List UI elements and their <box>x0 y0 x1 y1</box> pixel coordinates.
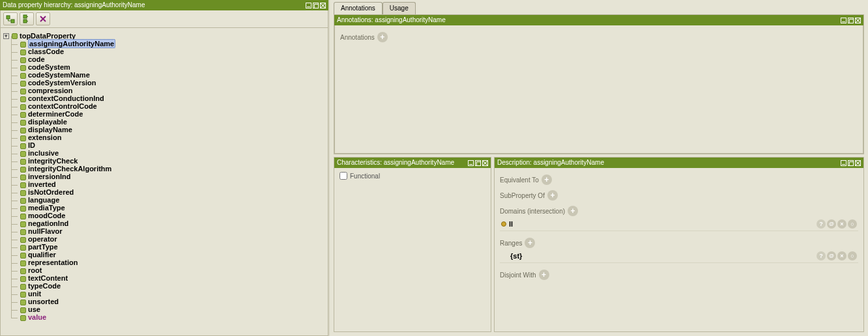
tree-item[interactable]: displayName <box>20 126 325 133</box>
tree-item-label[interactable]: value <box>28 313 46 321</box>
tree-item[interactable]: contextControlCode <box>20 102 325 110</box>
tree-item[interactable]: typeCode <box>20 282 325 290</box>
tree-item[interactable]: inversionInd <box>20 173 325 180</box>
tree-item-label[interactable]: displayable <box>28 118 67 126</box>
tree-item[interactable]: extension <box>20 133 325 141</box>
tree-toggle-icon[interactable]: ▾ <box>3 33 9 39</box>
tree-item-label[interactable]: textContent <box>28 274 68 282</box>
minimize-icon[interactable] <box>841 18 846 23</box>
explain-icon[interactable]: ? <box>817 251 826 260</box>
add-disjoint-button[interactable]: + <box>539 270 549 280</box>
tree-item[interactable]: inclusive <box>20 149 325 157</box>
add-child-button[interactable] <box>20 12 34 25</box>
maximize-icon[interactable] <box>475 160 481 166</box>
tree-item[interactable]: nullFlavor <box>20 227 325 235</box>
tree-item-label[interactable]: unit <box>28 290 41 298</box>
minimize-icon[interactable] <box>468 160 474 166</box>
tree-item[interactable]: use <box>20 305 325 313</box>
tree-item[interactable]: operator <box>20 235 325 243</box>
tree-item[interactable]: integrityCheckAlgorithm <box>20 165 325 173</box>
tree-item[interactable]: isNotOrdered <box>20 188 325 196</box>
tree-item[interactable]: ID <box>20 141 325 149</box>
tree-item-label[interactable]: integrityCheckAlgorithm <box>28 165 111 173</box>
tree-item[interactable]: moodCode <box>20 212 325 219</box>
tree-item-label[interactable]: isNotOrdered <box>28 188 74 196</box>
tree-item-label[interactable]: codeSystemName <box>28 71 90 79</box>
tree-item-label[interactable]: classCode <box>28 48 64 55</box>
tree-item[interactable]: root <box>20 266 325 274</box>
edit-icon[interactable]: ○ <box>848 219 857 229</box>
tree-item-label[interactable]: contextConductionInd <box>28 94 104 102</box>
close-icon[interactable] <box>855 160 861 166</box>
tree-item-label[interactable]: displayName <box>28 126 72 133</box>
maximize-icon[interactable] <box>313 3 319 8</box>
add-domain-button[interactable]: + <box>568 206 578 216</box>
tree-item[interactable]: displayable <box>20 118 325 126</box>
tree-item-label[interactable]: language <box>28 196 59 204</box>
tree-item-label[interactable]: inclusive <box>28 149 59 157</box>
close-icon[interactable] <box>320 3 326 8</box>
tree-item[interactable]: representation <box>20 259 325 266</box>
maximize-icon[interactable] <box>848 18 854 23</box>
tree-item-label[interactable]: mediaType <box>28 204 65 212</box>
tree-item-label[interactable]: nullFlavor <box>28 227 63 235</box>
tree-item-label[interactable]: negationInd <box>28 219 68 227</box>
tab-usage[interactable]: Usage <box>383 2 416 14</box>
tree-item-label[interactable]: representation <box>28 259 78 266</box>
range-row[interactable]: {st} ? @ × ○ <box>500 249 858 263</box>
annotate-icon[interactable]: @ <box>827 251 836 260</box>
close-icon[interactable] <box>855 18 861 23</box>
tree-item[interactable]: integrityCheck <box>20 157 325 165</box>
remove-icon[interactable]: × <box>837 219 846 229</box>
tree-item[interactable]: unsorted <box>20 298 325 305</box>
tree-item-label[interactable]: codeSystemVersion <box>28 79 96 87</box>
tree-item[interactable]: mediaType <box>20 204 325 212</box>
tree-item[interactable]: codeSystemVersion <box>20 79 325 87</box>
tree-item[interactable]: textContent <box>20 274 325 282</box>
add-sibling-button[interactable] <box>3 12 18 25</box>
edit-icon[interactable]: ○ <box>848 251 857 260</box>
tree-item[interactable]: language <box>20 196 325 204</box>
tree-item[interactable]: value <box>20 313 325 321</box>
tree-item[interactable]: classCode <box>20 48 325 55</box>
tree-item[interactable]: codeSystem <box>20 63 325 71</box>
tree-item-label[interactable]: code <box>28 55 45 63</box>
tree-item[interactable]: partType <box>20 243 325 251</box>
tree-item-label[interactable]: use <box>28 305 40 313</box>
annotate-icon[interactable]: @ <box>827 219 836 229</box>
tree-item[interactable]: compression <box>20 87 325 94</box>
tree-item-label[interactable]: inverted <box>28 180 56 188</box>
tab-annotations[interactable]: Annotations <box>334 2 383 14</box>
tree-item-label[interactable]: assigningAuthorityName <box>28 39 115 48</box>
tree-item[interactable]: code <box>20 55 325 63</box>
tree-item-label[interactable]: compression <box>28 87 72 94</box>
tree-item[interactable]: qualifier <box>20 251 325 259</box>
minimize-icon[interactable] <box>841 160 846 166</box>
tree-item[interactable]: codeSystemName <box>20 71 325 79</box>
tree-item-label[interactable]: operator <box>28 235 57 243</box>
add-range-button[interactable]: + <box>525 238 535 248</box>
tree-item-label[interactable]: extension <box>28 133 61 141</box>
functional-checkbox[interactable] <box>340 172 347 180</box>
explain-icon[interactable]: ? <box>817 219 826 229</box>
functional-checkbox-row[interactable]: Functional <box>340 172 485 180</box>
tree-item-label[interactable]: partType <box>28 243 58 251</box>
tree-item-label[interactable]: codeSystem <box>28 63 70 71</box>
minimize-icon[interactable] <box>306 3 311 8</box>
close-icon[interactable] <box>482 160 488 166</box>
tree-item-label[interactable]: unsorted <box>28 298 59 305</box>
tree-item[interactable]: inverted <box>20 180 325 188</box>
tree-item[interactable]: determinerCode <box>20 110 325 118</box>
tree-item[interactable]: contextConductionInd <box>20 94 325 102</box>
tree-item-label[interactable]: qualifier <box>28 251 56 259</box>
tree-item-label[interactable]: integrityCheck <box>28 157 78 165</box>
tree-item[interactable]: negationInd <box>20 219 325 227</box>
add-annotation-button[interactable]: + <box>377 32 388 42</box>
add-equivalent-button[interactable]: + <box>542 175 552 185</box>
tree-item[interactable]: assigningAuthorityName <box>20 40 325 48</box>
add-subproperty-button[interactable]: + <box>547 190 558 201</box>
tree-item-label[interactable]: determinerCode <box>28 110 83 118</box>
tree-item[interactable]: unit <box>20 290 325 298</box>
tree-item-label[interactable]: moodCode <box>28 212 65 219</box>
maximize-icon[interactable] <box>848 160 854 166</box>
